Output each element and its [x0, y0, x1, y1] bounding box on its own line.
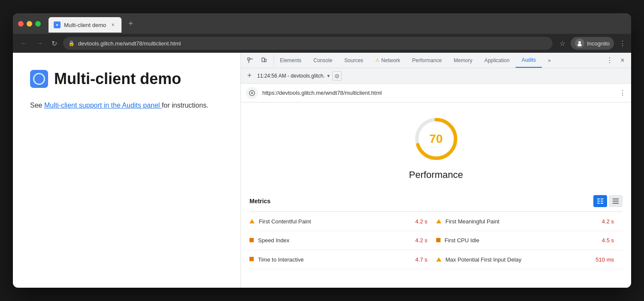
- metrics-list-view-button[interactable]: [609, 195, 623, 207]
- devtools-toolbar: Elements Console Sources ⚠ Network Perfo…: [241, 53, 631, 68]
- svg-rect-18: [613, 201, 619, 202]
- svg-rect-12: [597, 201, 600, 202]
- si-value: 4.2 s: [415, 237, 436, 244]
- incognito-area[interactable]: Incognito: [571, 37, 614, 50]
- incognito-icon: [575, 39, 584, 48]
- audit-add-button[interactable]: +: [244, 71, 255, 81]
- tab-title: Multi-client demo: [64, 22, 106, 28]
- audit-block-button[interactable]: ⊘: [332, 71, 342, 81]
- metric-first-meaningful-paint: First Meaningful Paint 4.2 s: [436, 212, 623, 231]
- svg-point-1: [577, 44, 582, 46]
- devtools-actions: ⋮ ×: [601, 54, 631, 66]
- page-description: See Multi-client support in the Audits p…: [30, 100, 223, 111]
- metric-speed-index: Speed Index 4.2 s: [249, 231, 436, 250]
- tab-memory[interactable]: Memory: [448, 53, 478, 68]
- score-area: 70 Performance: [241, 102, 631, 189]
- score-number: 70: [429, 132, 443, 146]
- metric-max-potential-fid: Max Potential First Input Delay 510 ms: [436, 250, 623, 269]
- minimize-traffic-light[interactable]: [27, 21, 32, 27]
- audits-panel-link[interactable]: Multi-client support in the Audits panel: [44, 102, 162, 109]
- address-bar: ← → ↻ 🔒 devtools.glitch.me/wndt78/multic…: [13, 34, 631, 53]
- tab-sources[interactable]: Sources: [338, 53, 369, 68]
- audit-sub-toolbar: + 11:24:56 AM - devtools.glitch. ▾ ⊘: [241, 68, 631, 84]
- devtools-close-button[interactable]: ×: [617, 54, 629, 66]
- audit-dropdown-button[interactable]: ▾: [327, 73, 330, 79]
- address-text: devtools.glitch.me/wndt78/multiclient.ht…: [78, 40, 181, 47]
- devtools-icons: [241, 54, 274, 66]
- tab-close-button[interactable]: ×: [109, 21, 116, 28]
- score-circle: 70: [413, 115, 460, 163]
- tab-application[interactable]: Application: [478, 53, 516, 68]
- browser-window: ● Multi-client demo × + ← → ↻ 🔒 devtools…: [13, 13, 631, 288]
- page-header: Multi-client demo: [30, 70, 223, 88]
- network-warning-icon: ⚠: [375, 57, 380, 63]
- audit-url-menu-button[interactable]: ⋮: [619, 89, 626, 97]
- tab-audits[interactable]: Audits: [516, 53, 542, 68]
- incognito-label: Incognito: [587, 40, 610, 47]
- page-title: Multi-client demo: [54, 70, 181, 88]
- si-warning-icon: [249, 238, 254, 243]
- fci-value: 4.5 s: [602, 237, 623, 244]
- fid-label: Max Potential First Input Delay: [446, 256, 592, 263]
- new-tab-button[interactable]: +: [127, 18, 135, 30]
- audit-url-icon: [246, 87, 258, 99]
- tti-label: Time to Interactive: [258, 256, 411, 263]
- traffic-lights: [18, 21, 41, 27]
- metrics-view-buttons: [593, 195, 623, 207]
- svg-rect-14: [601, 199, 603, 199]
- fid-value: 510 ms: [595, 256, 623, 263]
- audit-url-text: https://devtools.glitch.me/wndt78/multic…: [262, 90, 615, 96]
- tti-value: 4.7 s: [415, 256, 436, 263]
- tab-favicon: ●: [54, 21, 61, 28]
- metric-time-to-interactive: Time to Interactive 4.7 s: [249, 250, 436, 269]
- refresh-button[interactable]: ↻: [49, 38, 60, 49]
- page-content: Multi-client demo See Multi-client suppo…: [13, 53, 240, 288]
- svg-rect-17: [613, 199, 619, 199]
- close-traffic-light[interactable]: [18, 21, 24, 27]
- metrics-section: Metrics: [241, 189, 631, 288]
- tab-network[interactable]: ⚠ Network: [369, 53, 406, 68]
- address-right-controls: ☆ Incognito ⋮: [559, 37, 626, 50]
- metrics-title: Metrics: [249, 198, 270, 205]
- fmp-label: First Meaningful Paint: [446, 218, 598, 225]
- metrics-grid-view-button[interactable]: [593, 195, 607, 207]
- svg-point-8: [251, 92, 253, 94]
- tab-elements[interactable]: Elements: [274, 53, 307, 68]
- description-prefix: See: [30, 102, 44, 109]
- tab-performance[interactable]: Performance: [406, 53, 448, 68]
- element-picker-button[interactable]: [244, 54, 256, 66]
- forward-button[interactable]: →: [33, 38, 46, 49]
- audit-timestamp: 11:24:56 AM - devtools.glitch.: [257, 73, 325, 79]
- title-bar: ● Multi-client demo × +: [13, 13, 631, 34]
- tab-console[interactable]: Console: [307, 53, 338, 68]
- svg-rect-11: [597, 199, 600, 199]
- maximize-traffic-light[interactable]: [35, 21, 41, 27]
- audit-url-bar: https://devtools.glitch.me/wndt78/multic…: [241, 84, 631, 102]
- si-label: Speed Index: [258, 237, 411, 244]
- svg-rect-15: [601, 201, 603, 202]
- fci-warning-icon: [436, 238, 440, 243]
- address-field[interactable]: 🔒 devtools.glitch.me/wndt78/multiclient.…: [63, 37, 553, 50]
- browser-tab[interactable]: ● Multi-client demo ×: [49, 17, 122, 33]
- fmp-warning-icon: [436, 218, 441, 225]
- score-label: Performance: [409, 169, 463, 181]
- main-content: Multi-client demo See Multi-client suppo…: [13, 53, 631, 288]
- fcp-value: 4.2 s: [415, 218, 436, 225]
- device-toolbar-button[interactable]: [258, 54, 270, 66]
- fcp-warning-icon: [249, 218, 255, 225]
- browser-menu-button[interactable]: ⋮: [619, 39, 626, 48]
- fci-label: First CPU Idle: [445, 237, 598, 244]
- back-button[interactable]: ←: [18, 38, 30, 49]
- fcp-label: First Contentful Paint: [259, 218, 411, 225]
- svg-rect-2: [248, 58, 250, 60]
- svg-point-0: [578, 41, 581, 44]
- description-suffix: for instructions.: [162, 102, 208, 109]
- svg-rect-13: [597, 203, 600, 204]
- devtools-overflow-button[interactable]: ⋮: [604, 54, 616, 66]
- bookmark-button[interactable]: ☆: [559, 39, 565, 48]
- metrics-grid: First Contentful Paint 4.2 s First Meani…: [249, 212, 623, 269]
- metric-first-contentful-paint: First Contentful Paint 4.2 s: [249, 212, 436, 231]
- svg-rect-16: [601, 203, 603, 204]
- tab-more[interactable]: »: [542, 53, 557, 68]
- svg-rect-19: [613, 203, 619, 204]
